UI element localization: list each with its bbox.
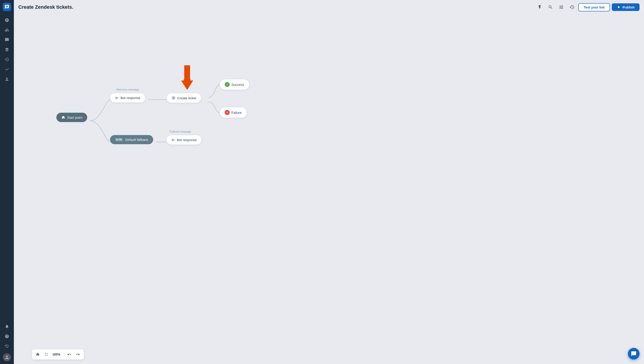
lightning-icon-btn[interactable] xyxy=(535,3,544,12)
else-badge: ELSE xyxy=(115,138,123,141)
failure-node[interactable]: Failure xyxy=(220,107,247,118)
publish-button[interactable]: Publish xyxy=(612,3,640,11)
user-avatar[interactable] xyxy=(3,353,11,361)
success-icon xyxy=(225,82,230,87)
zoom-level: 100% xyxy=(51,352,62,356)
failure-icon xyxy=(225,110,230,115)
start-point-node[interactable]: Start point xyxy=(56,113,87,122)
header: Create Zendesk tickets. Test your bot Pu… xyxy=(14,0,644,14)
sidebar-item-conversations[interactable] xyxy=(2,35,12,44)
redo-button[interactable] xyxy=(74,350,82,358)
welcome-message-label: Welcome message xyxy=(116,88,139,91)
bot-response-fallback-node[interactable]: Bot response xyxy=(166,135,202,145)
sidebar-item-data[interactable] xyxy=(2,45,12,54)
sidebar xyxy=(0,0,14,364)
bot-response-welcome-node[interactable]: Bot response xyxy=(110,93,145,103)
toolbar-divider xyxy=(64,352,64,357)
settings-icon-btn[interactable] xyxy=(557,3,566,12)
chat-fab[interactable] xyxy=(628,348,640,360)
sidebar-item-team[interactable] xyxy=(2,75,12,84)
bottom-toolbar: 100% xyxy=(32,349,84,360)
flow-connections xyxy=(14,14,644,364)
sidebar-item-help[interactable] xyxy=(2,332,12,341)
arrow-indicator xyxy=(181,65,193,91)
header-icons: Test your bot Publish xyxy=(535,3,640,12)
search-icon-btn[interactable] xyxy=(546,3,555,12)
zendesk-icon xyxy=(172,96,176,100)
success-node[interactable]: Success xyxy=(220,79,249,90)
home-button[interactable] xyxy=(34,350,42,358)
sidebar-item-bots[interactable] xyxy=(2,16,12,24)
page-title: Create Zendesk tickets. xyxy=(18,4,533,10)
sidebar-item-education[interactable] xyxy=(2,342,12,350)
app-logo[interactable] xyxy=(3,3,11,11)
flow-canvas: Welcome message Fallback message Start p… xyxy=(14,14,644,364)
fallback-message-label: Fallback message xyxy=(170,130,191,133)
undo-button[interactable] xyxy=(66,350,73,358)
sidebar-item-analytics[interactable] xyxy=(2,65,12,74)
fullscreen-button[interactable] xyxy=(42,350,50,358)
create-ticket-node[interactable]: Create ticket xyxy=(166,93,201,103)
history-icon-btn[interactable] xyxy=(568,3,576,12)
default-fallback-node[interactable]: ELSE Default fallback xyxy=(110,135,153,144)
test-bot-button[interactable]: Test your bot xyxy=(578,3,610,12)
sidebar-item-contacts[interactable] xyxy=(2,26,12,34)
sidebar-item-notifications[interactable] xyxy=(2,322,12,331)
main-content: Create Zendesk tickets. Test your bot Pu… xyxy=(14,0,644,364)
svg-marker-2 xyxy=(181,65,193,90)
sidebar-item-history[interactable] xyxy=(2,55,12,64)
